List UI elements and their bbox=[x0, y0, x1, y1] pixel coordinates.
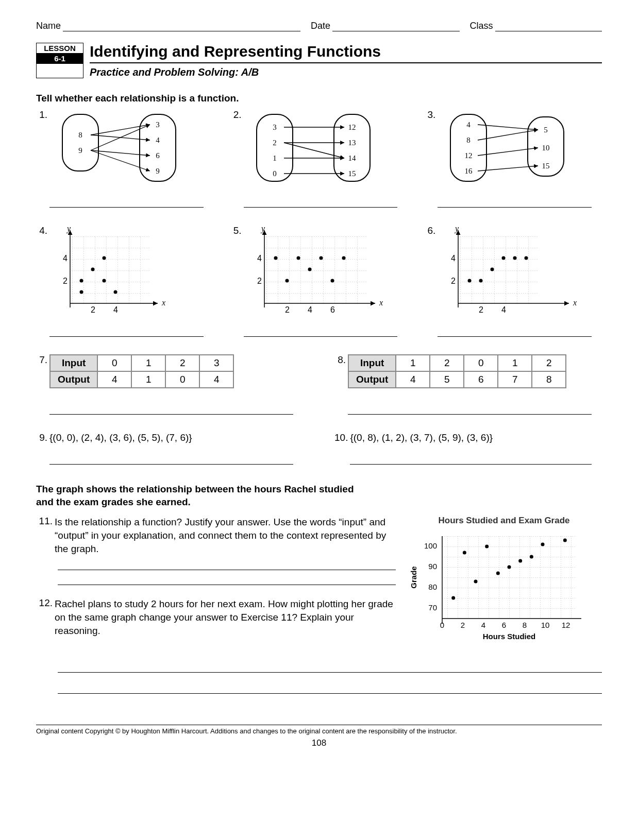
io-row: 7. Input 01 23 Output 41 04 8. Input bbox=[36, 354, 602, 418]
q11-number: 11. bbox=[36, 516, 53, 555]
svg-text:3: 3 bbox=[273, 123, 277, 131]
q4-graph: x y 2 4 2 4 bbox=[49, 225, 183, 323]
svg-text:0: 0 bbox=[440, 621, 444, 629]
q6-graph: x y 2 4 2 4 bbox=[438, 225, 582, 323]
svg-text:5: 5 bbox=[544, 126, 548, 134]
svg-text:4: 4 bbox=[63, 254, 68, 263]
svg-point-108 bbox=[496, 572, 500, 575]
svg-line-11 bbox=[91, 150, 150, 156]
svg-text:90: 90 bbox=[428, 562, 437, 571]
q9-number: 9. bbox=[36, 432, 47, 468]
svg-text:2: 2 bbox=[257, 277, 262, 285]
svg-text:Hours Studied: Hours Studied bbox=[483, 632, 536, 641]
svg-point-106 bbox=[474, 580, 478, 584]
svg-point-69 bbox=[308, 268, 311, 271]
page-number: 108 bbox=[36, 738, 602, 748]
svg-text:100: 100 bbox=[424, 541, 437, 550]
q1-number: 1. bbox=[36, 109, 47, 121]
svg-rect-88 bbox=[442, 536, 576, 619]
svg-text:70: 70 bbox=[428, 603, 437, 612]
svg-text:10: 10 bbox=[541, 621, 550, 629]
svg-text:x: x bbox=[573, 298, 577, 307]
svg-line-12 bbox=[91, 150, 150, 171]
svg-text:12: 12 bbox=[465, 151, 473, 160]
svg-text:4: 4 bbox=[451, 254, 456, 263]
q1-mapping: 8 9 3 4 6 9 bbox=[49, 109, 204, 192]
svg-text:2: 2 bbox=[273, 139, 277, 147]
page-title: Identifying and Representing Functions bbox=[90, 43, 602, 63]
svg-point-111 bbox=[530, 555, 533, 559]
svg-text:4: 4 bbox=[501, 305, 506, 314]
title-row: LESSON 6-1 Identifying and Representing … bbox=[36, 43, 602, 78]
svg-text:1: 1 bbox=[273, 154, 277, 162]
svg-point-85 bbox=[502, 256, 506, 260]
name-label: Name bbox=[36, 21, 61, 31]
q5-number: 5. bbox=[230, 225, 242, 236]
q3-answer-line[interactable] bbox=[438, 207, 592, 208]
svg-point-82 bbox=[468, 279, 472, 283]
svg-text:3: 3 bbox=[156, 121, 160, 129]
q7-answer-line[interactable] bbox=[49, 414, 293, 415]
svg-text:9: 9 bbox=[78, 146, 82, 155]
svg-rect-73 bbox=[458, 235, 538, 303]
q7-number: 7. bbox=[36, 354, 47, 366]
class-blank[interactable] bbox=[495, 21, 602, 31]
q2-number: 2. bbox=[230, 109, 242, 121]
q2-mapping: 3 2 1 0 12 13 14 15 bbox=[244, 109, 398, 192]
svg-text:x: x bbox=[161, 298, 165, 307]
svg-text:9: 9 bbox=[156, 167, 160, 175]
svg-text:12: 12 bbox=[348, 123, 356, 131]
svg-text:4: 4 bbox=[257, 254, 262, 263]
q4-answer-line[interactable] bbox=[49, 336, 204, 337]
svg-text:2: 2 bbox=[451, 277, 456, 285]
header-fields: Name Date Class bbox=[36, 21, 602, 31]
svg-text:10: 10 bbox=[542, 144, 550, 152]
date-label: Date bbox=[311, 21, 330, 31]
section-1-heading: Tell whether each relationship is a func… bbox=[36, 93, 602, 104]
svg-text:x: x bbox=[379, 298, 383, 307]
svg-text:4: 4 bbox=[467, 121, 471, 129]
q12-line-1[interactable] bbox=[58, 672, 602, 673]
word-problems: The graph shows the relationship between… bbox=[36, 483, 602, 694]
q10-answer-line[interactable] bbox=[350, 464, 592, 465]
q3-number: 3. bbox=[424, 109, 435, 121]
q11-line-2[interactable] bbox=[58, 585, 396, 585]
svg-text:6: 6 bbox=[502, 621, 506, 629]
q12-line-2[interactable] bbox=[58, 693, 602, 694]
q5-answer-line[interactable] bbox=[244, 336, 398, 337]
svg-point-113 bbox=[563, 539, 567, 542]
q3-mapping: 4 8 12 16 5 10 15 bbox=[438, 109, 592, 192]
svg-point-109 bbox=[508, 565, 511, 569]
svg-point-83 bbox=[479, 279, 483, 283]
svg-point-104 bbox=[451, 596, 455, 600]
svg-text:6: 6 bbox=[330, 305, 335, 314]
svg-text:4: 4 bbox=[113, 305, 118, 314]
q6-answer-line[interactable] bbox=[438, 336, 592, 337]
graph-row: 4. x y 2 4 2 4 5. bbox=[36, 225, 602, 340]
q11-text: Is the relationship a function? Justify … bbox=[55, 516, 396, 555]
svg-text:2: 2 bbox=[91, 305, 95, 314]
q9-answer-line[interactable] bbox=[49, 464, 293, 465]
q5-graph: x y 2 4 2 4 6 bbox=[244, 225, 388, 323]
svg-text:4: 4 bbox=[156, 136, 160, 144]
svg-point-54 bbox=[103, 256, 106, 260]
q12-text: Rachel plans to study 2 hours for her ne… bbox=[55, 597, 396, 637]
q11-line-1[interactable] bbox=[58, 570, 396, 570]
svg-rect-56 bbox=[264, 235, 366, 303]
svg-text:4: 4 bbox=[308, 305, 312, 314]
svg-text:2: 2 bbox=[285, 305, 290, 314]
q8-number: 8. bbox=[334, 354, 346, 366]
date-blank[interactable] bbox=[332, 21, 460, 31]
svg-point-51 bbox=[80, 290, 83, 294]
svg-text:8: 8 bbox=[78, 131, 82, 139]
svg-point-66 bbox=[274, 256, 277, 260]
svg-text:16: 16 bbox=[465, 167, 473, 175]
q2-answer-line[interactable] bbox=[244, 207, 398, 208]
q1-answer-line[interactable] bbox=[49, 207, 204, 208]
name-blank[interactable] bbox=[63, 21, 300, 31]
svg-point-68 bbox=[296, 256, 300, 260]
svg-text:15: 15 bbox=[348, 169, 356, 178]
q8-table: Input 12 01 2 Output 45 67 8 bbox=[348, 354, 566, 388]
q8-answer-line[interactable] bbox=[348, 414, 592, 415]
svg-text:12: 12 bbox=[562, 621, 570, 629]
